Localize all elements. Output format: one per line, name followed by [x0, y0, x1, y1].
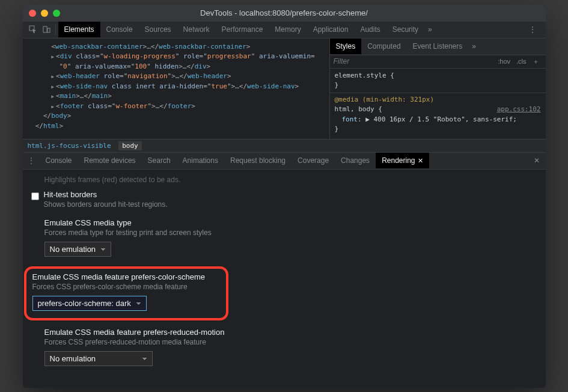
- color-scheme-sub: Forces CSS prefers-color-scheme media fe…: [32, 283, 220, 291]
- drawer-tab-search[interactable]: Search: [142, 153, 177, 168]
- reduced-motion-select[interactable]: No emulation: [44, 351, 153, 366]
- media-type-sub: Forces media type for testing print and …: [44, 228, 537, 237]
- media-type-title: Emulate CSS media type: [44, 218, 537, 227]
- reduced-motion-title: Emulate CSS media feature prefers-reduce…: [44, 328, 537, 337]
- drawer-tab-animations[interactable]: Animations: [177, 153, 224, 168]
- hit-test-title: Hit-test borders: [44, 190, 168, 199]
- breadcrumb-root[interactable]: html.js-focus-visible: [28, 142, 111, 150]
- styles-tab-computed[interactable]: Computed: [361, 38, 406, 54]
- element-style-selector: element.style {: [335, 72, 394, 79]
- hit-test-sub: Shows borders around hit-test regions.: [44, 200, 168, 209]
- drawer-body: Highlights frames (red) detected to be a…: [23, 170, 546, 388]
- inspect-icon[interactable]: [26, 25, 40, 34]
- tab-security[interactable]: Security: [386, 22, 424, 37]
- dom-row[interactable]: <web-snackbar-container>…</web-snackbar-…: [28, 42, 325, 52]
- tab-memory[interactable]: Memory: [269, 22, 307, 37]
- tab-audits[interactable]: Audits: [354, 22, 386, 37]
- close-icon[interactable]: [29, 10, 36, 17]
- dom-row[interactable]: <main>…</main>: [28, 91, 325, 102]
- drawer-tab-console[interactable]: Console: [40, 153, 78, 168]
- svg-rect-2: [47, 28, 50, 32]
- tab-close-icon[interactable]: ✕: [418, 157, 423, 164]
- chevron-right-icon[interactable]: »: [424, 25, 436, 34]
- dom-row[interactable]: "0" aria-valuemax="100" hidden>…</div>: [28, 62, 325, 72]
- dom-row[interactable]: <web-side-nav class inert aria-hidden="t…: [28, 82, 325, 92]
- color-scheme-title: Emulate CSS media feature prefers-color-…: [32, 272, 220, 281]
- drawer-tab-request-blocking[interactable]: Request blocking: [224, 153, 292, 168]
- highlight-box: Emulate CSS media feature prefers-color-…: [24, 266, 228, 320]
- cls-toggle[interactable]: .cls: [513, 58, 530, 65]
- css-prop[interactable]: font: [342, 115, 358, 123]
- hov-toggle[interactable]: :hov: [495, 58, 513, 65]
- dom-row[interactable]: </html>: [28, 121, 325, 132]
- devtools-window: DevTools - localhost:8080/prefers-color-…: [23, 5, 546, 388]
- styles-pane: StylesComputedEvent Listeners» :hov .cls…: [329, 38, 546, 139]
- styles-tab-styles[interactable]: Styles: [330, 38, 362, 54]
- more-menu-icon[interactable]: ⋮: [523, 25, 542, 34]
- styles-body: element.style { } @media (min-width: 321…: [330, 69, 546, 139]
- truncated-setting: Highlights frames (red) detected to be a…: [31, 176, 537, 184]
- dom-row[interactable]: <footer class="w-footer">…</footer>: [28, 102, 325, 112]
- styles-tab-event-listeners[interactable]: Event Listeners: [407, 38, 469, 54]
- close-brace: }: [335, 81, 339, 89]
- drawer-tab-remote-devices[interactable]: Remote devices: [78, 153, 142, 168]
- add-rule-icon[interactable]: ＋: [530, 57, 542, 66]
- close-brace-2: }: [335, 125, 339, 133]
- titlebar: DevTools - localhost:8080/prefers-color-…: [23, 5, 546, 22]
- tab-application[interactable]: Application: [307, 22, 355, 37]
- drawer: ⋮ ConsoleRemote devicesSearchAnimationsR…: [23, 153, 546, 388]
- color-scheme-select[interactable]: prefers-color-scheme: dark: [32, 296, 147, 311]
- media-type-select[interactable]: No emulation: [44, 242, 111, 257]
- reduced-motion-sub: Forces CSS prefers-reduced-motion media …: [44, 338, 537, 346]
- minimize-icon[interactable]: [41, 10, 48, 17]
- styles-tabs: StylesComputedEvent Listeners»: [330, 38, 546, 55]
- drawer-tab-coverage[interactable]: Coverage: [292, 153, 335, 168]
- maximize-icon[interactable]: [53, 10, 60, 17]
- device-icon[interactable]: [40, 25, 53, 34]
- dom-row[interactable]: <div class="w-loading-progress" role="pr…: [28, 52, 325, 62]
- drawer-tab-changes[interactable]: Changes: [335, 153, 376, 168]
- tab-console[interactable]: Console: [100, 22, 139, 37]
- drawer-tabs: ⋮ ConsoleRemote devicesSearchAnimationsR…: [23, 153, 546, 170]
- dom-row[interactable]: <web-header role="navigation">…</web-hea…: [28, 72, 325, 82]
- main-tabs: ElementsConsoleSourcesNetworkPerformance…: [23, 22, 546, 38]
- media-rule: @media (min-width: 321px): [335, 96, 435, 103]
- drawer-tab-rendering[interactable]: Rendering✕: [376, 153, 429, 168]
- filter-row: :hov .cls ＋: [330, 55, 546, 69]
- drawer-close-icon[interactable]: ✕: [528, 156, 546, 165]
- tab-sources[interactable]: Sources: [139, 22, 177, 37]
- tab-network[interactable]: Network: [177, 22, 216, 37]
- elements-panel[interactable]: <web-snackbar-container>…</web-snackbar-…: [23, 38, 329, 139]
- filter-input[interactable]: [334, 57, 495, 66]
- tab-performance[interactable]: Performance: [216, 22, 269, 37]
- css-value[interactable]: ▶ 400 16px / 1.5 "Roboto", sans-serif;: [365, 115, 517, 123]
- breadcrumb-selected[interactable]: body: [118, 141, 142, 150]
- selector: html, body {: [335, 105, 382, 113]
- source-link[interactable]: app.css:102: [497, 105, 541, 115]
- chevron-right-icon[interactable]: »: [468, 42, 480, 51]
- breadcrumb[interactable]: html.js-focus-visible body: [23, 139, 546, 153]
- drawer-menu-icon[interactable]: ⋮: [23, 156, 40, 165]
- svg-rect-1: [43, 26, 47, 32]
- dom-row[interactable]: </body>: [28, 111, 325, 121]
- window-title: DevTools - localhost:8080/prefers-color-…: [200, 8, 368, 17]
- tab-elements[interactable]: Elements: [58, 22, 100, 37]
- hit-test-checkbox[interactable]: [31, 192, 39, 200]
